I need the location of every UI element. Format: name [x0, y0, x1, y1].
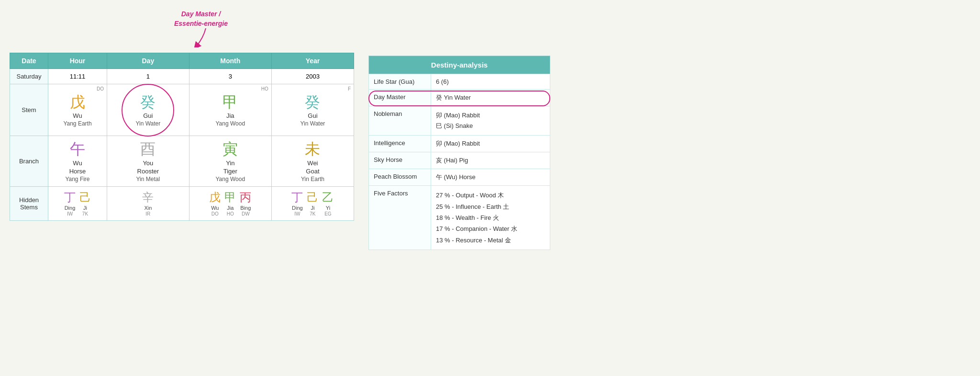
- hour-stem-char: 戊: [70, 93, 85, 111]
- hour-stem-desc: Yang Earth: [63, 120, 91, 127]
- date-row: Saturday 11:11 1 3 2003: [10, 69, 354, 84]
- day-date: 1: [107, 69, 189, 84]
- header-date: Date: [10, 53, 48, 69]
- destiny-nobleman-row: Nobleman 卯 (Mao) Rabbit巳 (Si) Snake: [369, 106, 550, 136]
- destiny-sky-horse-value: 亥 (Hai) Pig: [431, 152, 550, 169]
- destiny-five-factors-label: Five Factors: [369, 186, 431, 250]
- year-stem-desc: Yin Water: [301, 120, 325, 127]
- month-stem-name: Jia: [226, 112, 234, 119]
- destiny-peach-blossom-value: 午 (Wu) Horse: [431, 169, 550, 186]
- year-branch: 未 Wei Goat Yin Earth: [271, 136, 354, 186]
- destiny-five-factors-row: Five Factors 27 % - Output - Wood 木 25 %…: [369, 186, 550, 250]
- hidden-stems-label: Hidden Stems: [10, 186, 48, 220]
- date-label: Saturday: [10, 69, 48, 84]
- month-stem: 甲 Jia Yang Wood HO: [189, 84, 271, 136]
- year-branch-desc: Yin Earth: [301, 176, 324, 182]
- destiny-peach-blossom-row: Peach Blossom 午 (Wu) Horse: [369, 169, 550, 186]
- month-branch-desc: Yang Wood: [215, 176, 245, 182]
- annotation-arrow: [187, 28, 215, 47]
- month-branch: 寅 Yin Tiger Yang Wood: [189, 136, 271, 186]
- stem-label: Stem: [10, 84, 48, 136]
- hour-branch-name: Wu: [73, 160, 82, 167]
- year-stem: 癸 Gui Yin Water F: [271, 84, 354, 136]
- day-stem: 癸 Gui Yin Water: [107, 84, 189, 136]
- destiny-peach-blossom-label: Peach Blossom: [369, 169, 431, 186]
- destiny-intelligence-row: Intelligence 卯 (Mao) Rabbit: [369, 136, 550, 152]
- destiny-nobleman-value: 卯 (Mao) Rabbit巳 (Si) Snake: [431, 106, 550, 136]
- destiny-sky-horse-row: Sky Horse 亥 (Hai) Pig: [369, 152, 550, 169]
- hour-branch-desc: Yang Fire: [65, 176, 89, 182]
- branch-label: Branch: [10, 136, 48, 186]
- branch-row: Branch 午 Wu Horse Yang Fire 酉: [10, 136, 354, 186]
- hour-hidden-1: 丁 Ding IW: [64, 191, 76, 216]
- destiny-intelligence-label: Intelligence: [369, 136, 431, 152]
- month-branch-char: 寅: [223, 140, 238, 158]
- year-stem-name: Gui: [308, 112, 317, 119]
- destiny-nobleman-label: Nobleman: [369, 106, 431, 136]
- destiny-intelligence-value: 卯 (Mao) Rabbit: [431, 136, 550, 152]
- day-branch-name: You: [143, 160, 153, 167]
- year-branch-char: 未: [305, 140, 320, 158]
- stem-row: Stem 戊 Wu Yang Earth DO: [10, 84, 354, 136]
- destiny-table: Destiny-analysis Life Star (Gua) 6 (6) D…: [368, 56, 550, 250]
- destiny-five-factors-value: 27 % - Output - Wood 木 25 % - Influence …: [431, 186, 550, 250]
- hour-hidden: 丁 Ding IW 己 Ji 7K: [48, 186, 107, 220]
- destiny-title: Destiny-analysis: [369, 56, 550, 74]
- month-hidden: 戊 Wu DO 甲 Jia HO 丙 Bing: [189, 186, 271, 220]
- month-branch-name2: Tiger: [223, 168, 237, 175]
- year-date: 2003: [271, 69, 354, 84]
- day-branch-char: 酉: [140, 140, 156, 158]
- annotation-text: Day Master / Essentie-energie: [158, 10, 244, 28]
- hour-stem-name: Wu: [73, 112, 82, 119]
- year-hidden-3: 乙 Yi EG: [322, 191, 334, 216]
- day-hidden: 辛 Xin IR: [107, 186, 189, 220]
- hour-branch: 午 Wu Horse Yang Fire: [48, 136, 107, 186]
- month-stem-char: 甲: [223, 93, 238, 111]
- year-stem-code: F: [348, 86, 351, 91]
- month-date: 3: [189, 69, 271, 84]
- destiny-life-star-value: 6 (6): [431, 74, 550, 90]
- month-stem-desc: Yang Wood: [215, 120, 245, 127]
- day-branch-desc: Yin Metal: [136, 176, 160, 182]
- hour-stem: 戊 Wu Yang Earth DO: [48, 84, 107, 136]
- month-hidden-2: 甲 Jia HO: [224, 191, 236, 216]
- year-branch-name: Wei: [307, 160, 318, 167]
- header-year: Year: [271, 53, 354, 69]
- destiny-day-master-value: 癸 Yin Water: [431, 90, 550, 106]
- year-hidden-2: 己 Ji 7K: [307, 191, 318, 216]
- day-hidden-1: 辛 Xin IR: [142, 191, 154, 216]
- header-day: Day: [107, 53, 189, 69]
- destiny-day-master-row: Day Master 癸 Yin Water: [369, 90, 550, 106]
- destiny-day-master-label: Day Master: [369, 90, 431, 106]
- header-month: Month: [189, 53, 271, 69]
- hour-date: 11:11: [48, 69, 107, 84]
- header-hour: Hour: [48, 53, 107, 69]
- day-stem-desc: Yin Water: [135, 120, 160, 127]
- destiny-life-star-label: Life Star (Gua): [369, 74, 431, 90]
- destiny-life-star-row: Life Star (Gua) 6 (6): [369, 74, 550, 90]
- hour-branch-char: 午: [70, 140, 85, 158]
- hour-branch-name2: Horse: [69, 168, 86, 175]
- month-branch-name: Yin: [226, 160, 234, 167]
- day-branch-name2: Rooster: [137, 168, 159, 175]
- hidden-stems-row: Hidden Stems 丁 Ding IW 己 Ji: [10, 186, 354, 220]
- hour-stem-code: DO: [97, 86, 104, 91]
- day-branch: 酉 You Rooster Yin Metal: [107, 136, 189, 186]
- hour-hidden-2: 己 Ji 7K: [79, 191, 91, 216]
- destiny-sky-horse-label: Sky Horse: [369, 152, 431, 169]
- bazi-table: Date Hour Day Month Year Saturday 11:11 …: [10, 53, 354, 221]
- day-stem-name: Gui: [143, 112, 153, 119]
- day-stem-char: 癸: [140, 93, 156, 111]
- year-stem-char: 癸: [305, 93, 320, 111]
- month-hidden-3: 丙 Bing DW: [240, 191, 251, 216]
- year-hidden-1: 丁 Ding IW: [291, 191, 303, 216]
- year-branch-name2: Goat: [306, 168, 319, 175]
- year-hidden: 丁 Ding IW 己 Ji 7K 乙 Yi: [271, 186, 354, 220]
- month-stem-code: HO: [261, 86, 268, 91]
- month-hidden-1: 戊 Wu DO: [209, 191, 221, 216]
